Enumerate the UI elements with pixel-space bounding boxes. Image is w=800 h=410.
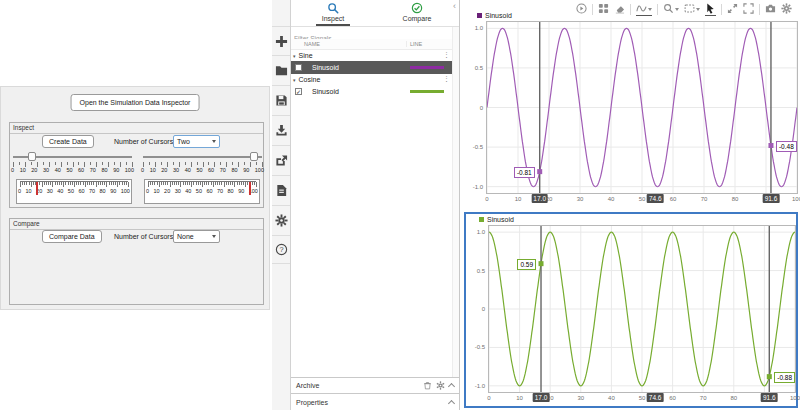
cursor2-slider[interactable]: 0102030405060708090100 [141, 152, 264, 174]
properties-bar[interactable]: Properties [291, 393, 459, 410]
plot-area[interactable]: 0.59-0.88 [488, 225, 796, 393]
open-sdi-button[interactable]: Open the Simulation Data Inspector [71, 94, 200, 111]
cursor-time-badge[interactable]: 17.0 [531, 194, 548, 203]
inspect-cursors-dropdown[interactable]: Two [173, 135, 220, 148]
cursor-value-label[interactable]: -0.81 [514, 167, 535, 178]
y-tick-label: 0.5 [475, 65, 483, 71]
svg-text:?: ? [279, 245, 283, 254]
archive-bar[interactable]: Archive [291, 377, 459, 393]
inspect-cursors-label: Number of Cursors [114, 138, 173, 145]
plus-icon [275, 35, 288, 48]
trash-icon[interactable] [423, 381, 432, 390]
y-tick-label: 0.5 [477, 268, 485, 274]
subplot-cosine[interactable]: Sinusoid 1.00.50-0.5-1.0 0.59-0.88 01020… [464, 212, 798, 408]
compare-cursors-dropdown[interactable]: None [173, 230, 220, 243]
new-button[interactable] [272, 26, 290, 55]
cursor-time-badge[interactable]: 91.6 [761, 393, 778, 402]
compare-cursors-label: Number of Cursors [114, 233, 173, 240]
line-style-swatch[interactable] [410, 90, 444, 93]
collapse-archive-icon[interactable] [448, 383, 455, 390]
cursor-time-badge[interactable]: 91.6 [763, 194, 780, 203]
group-name: Sine [299, 52, 313, 59]
row-options-icon[interactable]: ⋮ [443, 51, 450, 59]
legend-swatch [477, 13, 482, 18]
group-caret-icon[interactable]: ▾ [293, 77, 296, 83]
x-axis: 010203040506070809010017.091.674.6 [489, 393, 796, 405]
signal-name: Sinusoid [312, 64, 410, 71]
slider-track[interactable] [143, 156, 262, 158]
tab-compare-label: Compare [403, 15, 432, 22]
legend-swatch [479, 217, 484, 222]
cursor-time-badge[interactable]: 17.0 [533, 393, 550, 402]
y-tick-label: 1.0 [477, 229, 485, 235]
y-tick-label: 0 [480, 105, 483, 111]
y-axis-labels: 1.00.50-0.5-1.0 [466, 225, 488, 393]
x-tick-label: 50 [639, 395, 646, 401]
tab-inspect[interactable]: Inspect [291, 0, 375, 26]
x-tick-label: 100 [792, 196, 800, 202]
legend: Sinusoid [464, 10, 798, 21]
signal-row-sine-sinusoid[interactable]: Sinusoid [291, 61, 452, 74]
help-button[interactable]: ? [272, 235, 290, 264]
column-line: LINE [406, 41, 452, 47]
x-tick-label: 70 [701, 196, 708, 202]
group-name: Cosine [299, 76, 321, 83]
tab-compare[interactable]: Compare [375, 0, 459, 26]
screen: Open the Simulation Data Inspector Inspe… [0, 0, 800, 410]
cursor-value-label[interactable]: -0.88 [774, 372, 795, 383]
signal-checkbox-checked[interactable]: ✓ [295, 88, 302, 95]
dropdown-caret-icon [212, 235, 216, 238]
signal-checkbox[interactable] [295, 64, 302, 71]
gauge-needle [249, 182, 251, 195]
inspect-panel: Inspect Create Data Number of Cursors Tw… [9, 122, 264, 208]
x-tick-label: 40 [608, 196, 615, 202]
open-button[interactable] [272, 55, 290, 84]
gear-icon [275, 214, 288, 227]
collapse-panel-icon[interactable]: ‹ [453, 1, 456, 11]
inspect-cursors-value: Two [177, 138, 190, 145]
y-axis-labels: 1.00.50-0.5-1.0 [464, 21, 486, 194]
slider-thumb[interactable] [250, 152, 258, 161]
export-icon [275, 154, 288, 167]
x-tick-label: 50 [639, 196, 646, 202]
cursor1-slider[interactable]: 0102030405060708090100 [11, 152, 134, 174]
compare-cursors-value: None [177, 233, 194, 240]
x-tick-label: 100 [790, 395, 800, 401]
compare-panel: Compare Compare Data Number of Cursors N… [9, 218, 264, 305]
slider-thumb[interactable] [28, 152, 36, 161]
y-tick-label: -1.0 [473, 184, 483, 190]
cursor1-gauge: 0102030405060708090100 [16, 179, 132, 204]
panel-scrollbar[interactable] [452, 27, 459, 377]
line-style-swatch[interactable] [410, 66, 444, 69]
compare-data-button[interactable]: Compare Data [42, 230, 102, 243]
group-row-cosine[interactable]: ▾ Cosine ⋮ [291, 74, 452, 85]
check-circle-icon [411, 2, 423, 14]
create-data-button[interactable]: Create Data [42, 135, 94, 148]
create-report-button[interactable] [272, 175, 290, 204]
plot-area[interactable]: -0.81-0.48 [486, 21, 798, 194]
cursor-value-label[interactable]: 0.59 [517, 259, 536, 270]
gauge-scale-labels: 0102030405060708090100 [18, 188, 130, 194]
export-button[interactable] [272, 145, 290, 174]
subplot-sine[interactable]: Sinusoid 1.00.50-0.5-1.0 -0.81-0.48 0102… [464, 10, 798, 207]
y-tick-label: 1.0 [475, 25, 483, 31]
import-button[interactable] [272, 115, 290, 144]
x-tick-label: 30 [577, 196, 584, 202]
tab-inspect-label: Inspect [322, 15, 345, 22]
signal-row-cosine-sinusoid[interactable]: ✓ Sinusoid [291, 85, 452, 98]
cursor-demo-app-window: Open the Simulation Data Inspector Inspe… [0, 86, 270, 310]
group-caret-icon[interactable]: ▾ [293, 53, 296, 59]
group-row-sine[interactable]: ▾ Sine ⋮ [291, 50, 452, 61]
slider-scale-labels: 0102030405060708090100 [141, 167, 264, 173]
legend-label: Sinusoid [485, 12, 512, 19]
archive-settings-gear-icon[interactable] [436, 381, 445, 390]
save-button[interactable] [272, 85, 290, 114]
x-tick-label: 70 [700, 395, 707, 401]
cursor-value-label[interactable]: -0.48 [776, 141, 797, 152]
y-tick-label: -1.0 [475, 383, 485, 389]
collapse-properties-icon[interactable] [448, 399, 455, 406]
row-options-icon[interactable]: ⋮ [443, 75, 450, 83]
preferences-button[interactable] [272, 205, 290, 234]
slider-scale-labels: 0102030405060708090100 [11, 167, 134, 173]
signal-browser-panel: Inspect Compare ‹ NAME LINE ▾ Sine ⋮ [291, 0, 460, 410]
